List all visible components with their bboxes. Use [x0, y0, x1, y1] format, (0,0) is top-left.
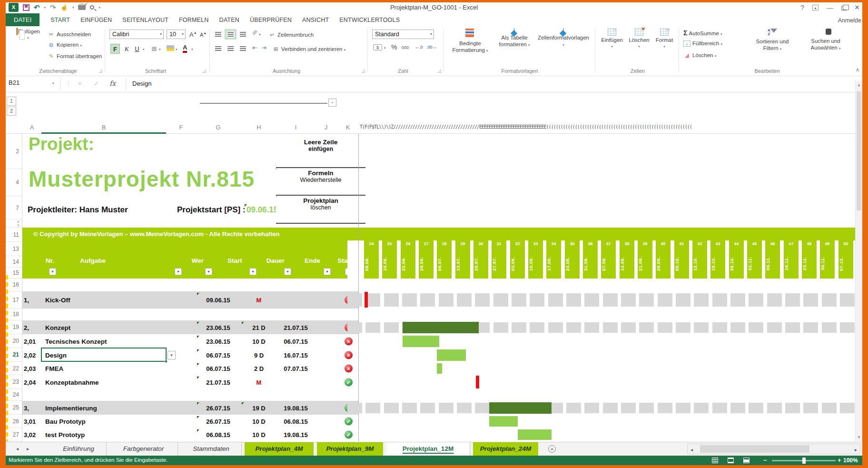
outline-level-2-button[interactable]: 2: [7, 107, 16, 116]
tab-ueberpruefen[interactable]: ÜBERPRÜFEN: [245, 14, 297, 26]
add-sheet-button[interactable]: +: [548, 445, 556, 453]
confirm-entry-icon[interactable]: ✓: [94, 80, 99, 87]
column-header[interactable]: F: [166, 124, 196, 131]
tab-formeln[interactable]: FORMELN: [174, 14, 214, 26]
column-header[interactable]: J: [314, 124, 338, 131]
cut-button[interactable]: ✂Ausschneiden: [48, 31, 91, 38]
alignment-dialog-launcher-icon[interactable]: ◿: [362, 69, 365, 73]
scroll-up-icon[interactable]: ▲: [857, 83, 861, 87]
percent-style-icon[interactable]: %: [391, 43, 397, 51]
merge-center-button[interactable]: ⊞Verbinden und zentrieren ▾: [272, 46, 345, 52]
task-row[interactable]: 3,01 Bau Prototyp 26.07.15 10 D 06.08.15: [6, 415, 856, 428]
horizontal-scrollbar[interactable]: ◂ ▸: [687, 444, 860, 454]
align-bottom-icon[interactable]: [240, 32, 246, 37]
row-number[interactable]: 2: [6, 134, 22, 169]
minimize-button[interactable]: —: [827, 4, 833, 11]
underline-dropdown-icon[interactable]: ▾: [143, 48, 145, 51]
row-number[interactable]: 11: [6, 228, 22, 242]
close-button[interactable]: ×: [855, 3, 859, 12]
conditional-formatting-button[interactable]: BedingteFormatierung ▾: [448, 29, 492, 54]
macro-button[interactable]: Formeln Wiederherstelle: [276, 169, 365, 196]
collapse-ribbon-icon[interactable]: ∧: [856, 67, 859, 73]
macro-button[interactable]: Leere Zeile einfügen: [276, 139, 365, 168]
row-number[interactable]: 16: [6, 279, 22, 291]
filter-dropdown-button[interactable]: ▼: [175, 268, 182, 275]
increase-indent-icon[interactable]: ⇥: [262, 44, 266, 51]
increase-decimal-icon[interactable]: ←.0: [415, 45, 423, 50]
normal-view-icon[interactable]: [712, 458, 718, 463]
zoom-out-button[interactable]: −: [763, 457, 767, 464]
help-button[interactable]: ?: [800, 4, 804, 11]
fill-button[interactable]: ↓Füllbereich ▾: [683, 40, 722, 47]
sheet-tab[interactable]: Projektplan_4M: [245, 442, 314, 456]
wrap-text-button[interactable]: ↵Zeilenumbruch: [268, 31, 314, 38]
number-format-combo[interactable]: Standard▾: [372, 30, 434, 39]
tab-entwicklertools[interactable]: ENTWICKLERTOOLS: [334, 14, 405, 26]
column-header[interactable]: H: [240, 124, 277, 131]
vertical-scrollbar[interactable]: ▲ ▼: [855, 81, 862, 441]
macro-button[interactable]: Projektplan löschen: [276, 197, 365, 224]
filter-dropdown-button[interactable]: ▼: [284, 268, 291, 275]
row-number[interactable]: 24: [6, 389, 22, 401]
align-top-icon[interactable]: [215, 32, 221, 37]
format-painter-button[interactable]: ✎Format übertragen: [48, 53, 102, 60]
zoom-in-button[interactable]: +: [838, 457, 841, 464]
sheet-nav-right-icon[interactable]: ▸: [27, 446, 29, 451]
format-as-table-button[interactable]: Als Tabelleformatieren ▾: [494, 29, 535, 49]
sheet-tab[interactable]: Einführung: [51, 442, 107, 456]
tab-seitenlayout[interactable]: SEITENLAYOUT: [117, 14, 174, 26]
restore-button[interactable]: [841, 6, 847, 10]
sort-filter-button[interactable]: AZ Sortieren undFiltern ▾: [746, 29, 799, 52]
align-middle-icon[interactable]: [227, 32, 234, 37]
cell-styles-button[interactable]: Zellenformatvorlagen▾: [535, 29, 592, 49]
shrink-font-button[interactable]: A▼: [200, 32, 207, 38]
bold-button[interactable]: F: [110, 44, 120, 54]
zoom-slider-thumb[interactable]: [802, 458, 806, 464]
tab-start[interactable]: START: [45, 14, 75, 26]
grow-font-button[interactable]: A▲: [189, 31, 197, 38]
insert-function-icon[interactable]: fx: [109, 80, 116, 87]
align-right-icon[interactable]: [240, 46, 246, 51]
sheet-tab[interactable]: Projektplan_12M: [386, 442, 470, 456]
page-layout-view-icon[interactable]: [728, 458, 734, 463]
align-left-icon[interactable]: [215, 46, 221, 51]
sheet-grid[interactable]: 2478 911131415161718192021222324252627 P…: [6, 134, 856, 441]
tab-ansicht[interactable]: ANSICHT: [297, 14, 334, 26]
fill-handle[interactable]: [165, 360, 168, 363]
align-center-icon[interactable]: [227, 46, 234, 51]
font-dialog-launcher-icon[interactable]: ◿: [203, 69, 206, 73]
underline-button[interactable]: U: [132, 44, 142, 54]
borders-button[interactable]: ⊞: [149, 44, 159, 54]
cell-dropdown-button[interactable]: ▼: [168, 351, 176, 359]
sheet-tab[interactable]: Projektplan_24M: [473, 442, 539, 456]
row-number[interactable]: 15: [6, 268, 22, 279]
font-family-combo[interactable]: Calibri▾: [109, 30, 164, 39]
row-number[interactable]: 4: [6, 169, 22, 196]
orientation-icon[interactable]: ab: [251, 29, 258, 36]
number-dialog-launcher-icon[interactable]: ◿: [438, 69, 441, 73]
row-number[interactable]: 8 9: [6, 220, 22, 228]
decrease-decimal-icon[interactable]: .00→: [426, 45, 437, 50]
hscroll-right-icon[interactable]: ▸: [855, 447, 857, 452]
fill-color-icon[interactable]: [167, 45, 174, 51]
filter-dropdown-button[interactable]: ▼: [249, 268, 256, 275]
italic-button[interactable]: K: [122, 44, 131, 54]
formula-bar-value[interactable]: Design: [132, 80, 151, 87]
delete-cells-button[interactable]: ✕ Löschen▾: [626, 29, 652, 49]
filter-dropdown-button[interactable]: ▼: [205, 268, 212, 275]
task-row[interactable]: 2,03 FMEA 06.07.15 2 D 07.07.15: [6, 362, 856, 375]
task-row[interactable]: 2,04 Konzeptabnahme 21.07.15 M: [6, 375, 856, 389]
column-header[interactable]: K: [338, 124, 358, 131]
row-number[interactable]: 13: [6, 242, 22, 256]
paste-button[interactable]: Einfügen▾: [14, 29, 42, 40]
cancel-entry-icon[interactable]: ×: [78, 80, 82, 87]
decrease-indent-icon[interactable]: ⇤: [252, 44, 257, 51]
find-select-button[interactable]: Suchen undAuswählen ▾: [799, 29, 852, 52]
font-size-combo[interactable]: 10▾: [167, 30, 186, 39]
tab-einfuegen[interactable]: EINFÜGEN: [75, 14, 117, 26]
sheet-tab[interactable]: Farbgenerator: [109, 442, 178, 456]
active-cell-selection[interactable]: [41, 348, 167, 362]
sheet-nav-left-icon[interactable]: ◂: [16, 446, 19, 451]
sheet-tab[interactable]: Projektplan_9M: [317, 442, 384, 456]
hscroll-left-icon[interactable]: ◂: [690, 447, 693, 452]
